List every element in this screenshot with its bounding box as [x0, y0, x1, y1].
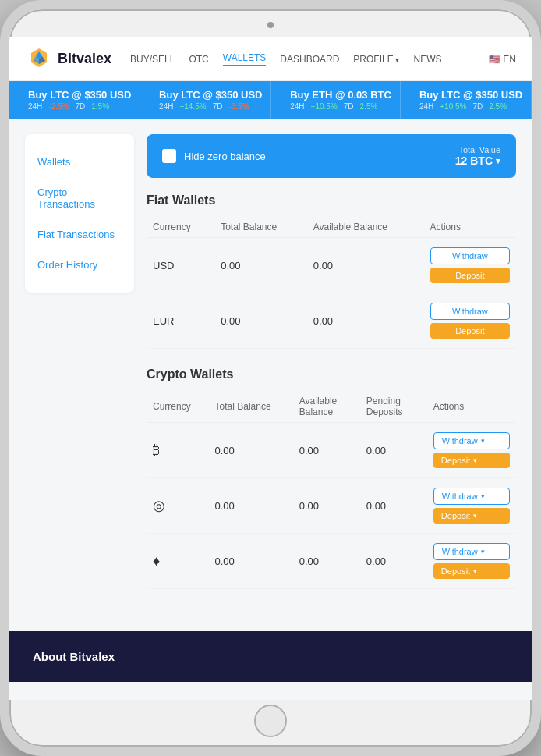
footer-title: About Bitvalex — [33, 650, 508, 663]
ticker-7d-0: 1.5% — [91, 102, 109, 111]
ticker-7d-2: 2.5% — [360, 102, 378, 111]
fiat-actions-usd: Withdraw Deposit — [424, 238, 516, 293]
crypto-icon-eth: ♦ — [147, 534, 209, 589]
table-row: EUR 0.00 0.00 Withdraw Deposit — [147, 293, 516, 349]
deposit-eur-button[interactable]: Deposit — [430, 323, 510, 339]
crypto-col-actions: Actions — [427, 391, 516, 423]
fiat-col-currency: Currency — [147, 217, 214, 238]
crypto-wallets-title: Crypto Wallets — [147, 367, 516, 382]
ticker-stats-2: 24H +10.5% 7D 2.5% — [290, 102, 381, 111]
nav-profile[interactable]: PROFILE — [353, 54, 399, 65]
fiat-available-usd: 0.00 — [307, 238, 424, 293]
ticker-h24-2: +10.5% — [311, 102, 338, 111]
total-value-label: Total Value — [455, 145, 500, 154]
nav-flag[interactable]: 🇺🇸 EN — [489, 54, 516, 65]
ticker-h24-0: -2.5% — [48, 102, 69, 111]
crypto-icon-ltc: ◎ — [147, 478, 209, 534]
crypto-available-btc: 0.00 — [293, 423, 360, 478]
crypto-col-pending: Pending Deposits — [360, 391, 427, 423]
ethereum-icon: ♦ — [153, 553, 160, 569]
crypto-total-eth: 0.00 — [209, 534, 293, 589]
hide-zero-container: Hide zero balance — [162, 149, 266, 163]
nav-right: 🇺🇸 EN — [489, 54, 516, 65]
fiat-col-total: Total Balance — [214, 217, 307, 238]
table-row: ₿ 0.00 0.00 0.00 Withdraw Deposit — [147, 423, 516, 478]
right-content: Hide zero balance Total Value 12 BTC Fia… — [147, 134, 516, 608]
crypto-wallets-table: Currency Total Balance Available Balance… — [147, 391, 516, 589]
crypto-col-total: Total Balance — [209, 391, 293, 423]
nav-buy-sell[interactable]: BUY/SELL — [130, 54, 175, 65]
footer: About Bitvalex — [9, 631, 532, 682]
ticker-title-0: Buy LTC @ $350 USD — [28, 89, 121, 101]
crypto-available-ltc: 0.00 — [293, 478, 360, 534]
nav-news[interactable]: NEWS — [414, 54, 442, 65]
table-row: ◎ 0.00 0.00 0.00 Withdraw Deposit — [147, 478, 516, 534]
ticker-7d-label-2: 7D — [344, 102, 354, 111]
ticker-title-2: Buy ETH @ 0.03 BTC — [290, 89, 381, 101]
deposit-usd-button[interactable]: Deposit — [430, 268, 510, 283]
crypto-col-available: Available Balance — [293, 391, 360, 423]
fiat-wallets-title: Fiat Wallets — [147, 193, 516, 208]
logo-text: Bitvalex — [58, 51, 111, 67]
ticker-7d-label-1: 7D — [213, 102, 223, 111]
crypto-pending-btc: 0.00 — [360, 423, 427, 478]
ticker-stats-3: 24H +10.5% 7D 2.5% — [419, 102, 512, 111]
ticker-7d-label-0: 7D — [75, 102, 85, 111]
crypto-total-btc: 0.00 — [209, 423, 293, 478]
tablet-frame: Bitvalex BUY/SELL OTC WALLETS DASHBOARD … — [0, 0, 541, 756]
total-value-container: Total Value 12 BTC — [455, 145, 500, 167]
crypto-actions-btc-container: Withdraw Deposit — [433, 432, 510, 468]
fiat-actions-eur-container: Withdraw Deposit — [430, 303, 510, 339]
table-row: USD 0.00 0.00 Withdraw Deposit — [147, 238, 516, 293]
crypto-actions-eth: Withdraw Deposit — [427, 534, 516, 589]
crypto-actions-btc: Withdraw Deposit — [427, 423, 516, 478]
tablet-camera — [267, 22, 274, 28]
crypto-icon-btc: ₿ — [147, 423, 209, 478]
fiat-currency-usd: USD — [147, 238, 214, 293]
sidebar-item-order-history[interactable]: Order History — [25, 250, 134, 280]
withdraw-eur-button[interactable]: Withdraw — [430, 303, 510, 320]
bitcoin-icon: ₿ — [153, 442, 160, 458]
ticker-bar: Buy LTC @ $350 USD 24H -2.5% 7D 1.5% Buy… — [9, 81, 532, 119]
ticker-7d-1: -3.5% — [228, 102, 249, 111]
withdraw-btc-button[interactable]: Withdraw — [433, 432, 510, 449]
deposit-btc-button[interactable]: Deposit — [433, 453, 510, 468]
total-value-amount[interactable]: 12 BTC — [455, 154, 500, 167]
crypto-total-ltc: 0.00 — [209, 478, 293, 534]
nav-dashboard[interactable]: DASHBOARD — [280, 54, 339, 65]
crypto-available-eth: 0.00 — [293, 534, 360, 589]
litecoin-icon: ◎ — [153, 498, 165, 513]
hide-zero-checkbox[interactable] — [162, 149, 176, 163]
logo: Bitvalex — [25, 45, 111, 73]
nav-wallets[interactable]: WALLETS — [223, 52, 267, 66]
nav-otc[interactable]: OTC — [189, 54, 208, 65]
wallet-header-bar: Hide zero balance Total Value 12 BTC — [147, 134, 516, 178]
ticker-h24-3: +10.5% — [440, 102, 466, 111]
fiat-table-header: Currency Total Balance Available Balance… — [147, 217, 516, 238]
crypto-actions-ltc-container: Withdraw Deposit — [433, 488, 510, 524]
fiat-actions-usd-container: Withdraw Deposit — [430, 247, 510, 283]
withdraw-eth-button[interactable]: Withdraw — [433, 543, 510, 560]
ticker-stats-0: 24H -2.5% 7D 1.5% — [28, 102, 121, 111]
fiat-total-eur: 0.00 — [214, 293, 307, 349]
ticker-label-2: 24H — [290, 102, 304, 111]
tablet-screen: Bitvalex BUY/SELL OTC WALLETS DASHBOARD … — [9, 37, 532, 700]
crypto-actions-ltc: Withdraw Deposit — [427, 478, 516, 534]
ticker-title-3: Buy LTC @ $350 USD — [419, 89, 512, 101]
sidebar-item-wallets[interactable]: Wallets — [25, 147, 134, 177]
ticker-label-1: 24H — [159, 102, 173, 111]
ticker-label-0: 24H — [28, 102, 42, 111]
ticker-label-3: 24H — [419, 102, 433, 111]
withdraw-usd-button[interactable]: Withdraw — [430, 247, 510, 264]
fiat-col-available: Available Balance — [307, 217, 424, 238]
ticker-h24-1: +14.5% — [179, 102, 206, 111]
fiat-col-actions: Actions — [424, 217, 516, 238]
tablet-home-button[interactable] — [254, 705, 287, 737]
fiat-wallets-table: Currency Total Balance Available Balance… — [147, 217, 516, 349]
sidebar-item-fiat-transactions[interactable]: Fiat Transactions — [25, 219, 134, 250]
sidebar-item-crypto-transactions[interactable]: Crypto Transactions — [25, 177, 134, 219]
deposit-eth-button[interactable]: Deposit — [433, 563, 510, 579]
sidebar: Wallets Crypto Transactions Fiat Transac… — [25, 134, 134, 293]
deposit-ltc-button[interactable]: Deposit — [433, 508, 510, 524]
withdraw-ltc-button[interactable]: Withdraw — [433, 488, 510, 505]
